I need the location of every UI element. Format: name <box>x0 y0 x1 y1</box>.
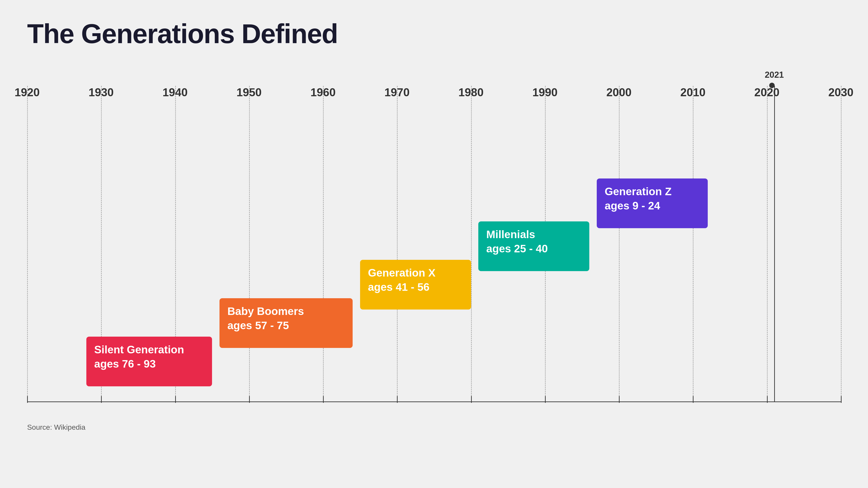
axis-tick <box>101 396 102 403</box>
gen-box-millenials: Millenialsages 25 - 40 <box>478 221 589 271</box>
source-text: Source: Wikipedia <box>27 423 86 431</box>
grid-line <box>397 86 398 402</box>
marker-2021-label: 2021 <box>765 70 784 80</box>
grid-line <box>249 86 250 402</box>
gen-box-baby-boomers: Baby Boomersages 57 - 75 <box>219 298 352 348</box>
grid-line <box>841 86 842 402</box>
year-label: 1940 <box>162 86 188 99</box>
marker-2021-line: 2021 <box>774 86 775 402</box>
axis-tick <box>619 396 620 403</box>
axis-tick <box>841 396 842 403</box>
year-label: 2020 <box>754 86 779 99</box>
year-label: 1960 <box>310 86 336 99</box>
gen-ages: ages 41 - 56 <box>368 281 463 293</box>
year-label: 2000 <box>607 86 631 99</box>
marker-2021-dot <box>769 83 775 88</box>
grid-line <box>27 86 28 402</box>
year-label: 1920 <box>14 86 39 99</box>
gen-ages: ages 57 - 75 <box>227 319 345 332</box>
gen-name: Generation Z <box>604 185 700 198</box>
axis-tick <box>175 396 176 403</box>
grid-line <box>323 86 324 402</box>
gen-name: Silent Generation <box>94 344 204 356</box>
gen-box-generation-x: Generation Xages 41 - 56 <box>360 260 471 310</box>
axis-tick <box>249 396 250 403</box>
axis-tick <box>397 396 398 403</box>
gen-ages: ages 9 - 24 <box>604 199 700 212</box>
axis-tick <box>471 396 472 403</box>
gen-box-silent-generation: Silent Generationages 76 - 93 <box>86 337 212 386</box>
year-label: 1980 <box>458 86 484 99</box>
gen-box-generation-z: Generation Zages 9 - 24 <box>597 178 708 228</box>
axis-line <box>27 401 841 402</box>
gen-ages: ages 76 - 93 <box>94 358 204 370</box>
gen-ages: ages 25 - 40 <box>486 242 581 255</box>
grid-line <box>693 86 693 402</box>
year-label: 2010 <box>680 86 706 99</box>
chart-area: 1920193019401950196019701980199020002010… <box>27 86 841 443</box>
axis-tick <box>545 396 546 403</box>
year-label: 1990 <box>532 86 557 99</box>
page-title: The Generations Defined <box>27 18 338 49</box>
grid-line <box>767 86 768 402</box>
axis-tick <box>27 396 28 403</box>
axis-tick <box>323 396 324 403</box>
gen-name: Baby Boomers <box>227 305 345 318</box>
year-label: 1930 <box>89 86 114 99</box>
axis-tick <box>767 396 768 403</box>
axis-tick <box>693 396 693 403</box>
gen-name: Generation X <box>368 267 463 279</box>
grid-line <box>471 86 472 402</box>
year-label: 1950 <box>237 86 261 99</box>
year-label: 2030 <box>828 86 853 99</box>
gen-name: Millenials <box>486 228 581 240</box>
grid-line <box>619 86 620 402</box>
year-label: 1970 <box>384 86 410 99</box>
